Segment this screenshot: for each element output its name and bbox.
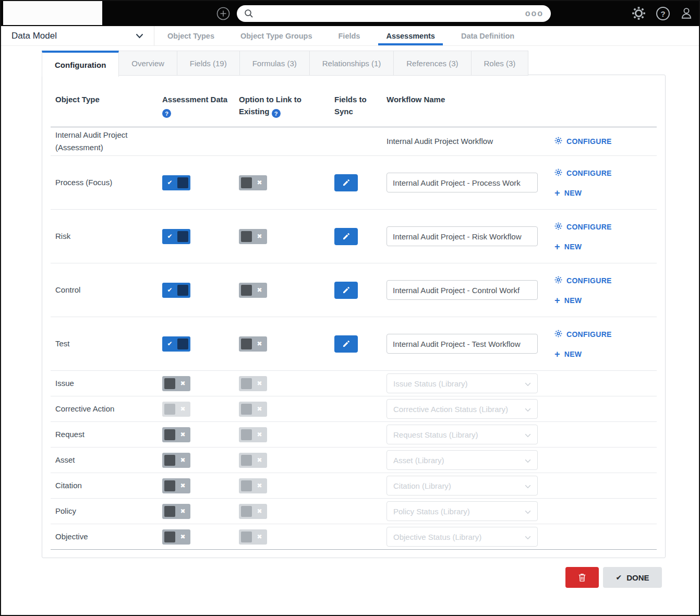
assessment-data-toggle[interactable]: ✖ — [162, 376, 190, 391]
configure-link[interactable]: CONFIGURE — [554, 276, 657, 285]
toggle-knob — [241, 231, 252, 242]
nav-tab-object-type-groups[interactable]: Object Type Groups — [227, 26, 325, 45]
data-model-dropdown[interactable]: Data Model — [1, 26, 154, 45]
link-label: CONFIGURE — [566, 276, 612, 285]
workflow-name-input[interactable] — [387, 280, 538, 300]
link-existing-toggle[interactable]: ✖ — [239, 283, 267, 298]
help-badge-icon[interactable]: ? — [162, 109, 171, 118]
object-type-label: Test — [55, 337, 162, 350]
table-row: Corrective Action✖✖Corrective Action Sta… — [51, 396, 657, 422]
workflow-name-input[interactable] — [387, 173, 538, 192]
assessment-data-toggle[interactable]: ✔ — [162, 175, 190, 190]
assessment-data-toggle[interactable]: ✔ — [162, 229, 190, 244]
help-badge-icon[interactable]: ? — [272, 109, 281, 118]
link-existing-toggle: ✖ — [239, 453, 267, 468]
nav-tab-fields[interactable]: Fields — [325, 26, 373, 45]
assessment-data-toggle: ✖ — [162, 402, 190, 417]
assessment-data-toggle[interactable]: ✖ — [162, 478, 190, 493]
chevron-down-icon — [525, 536, 531, 540]
object-type-label: Asset — [55, 454, 162, 466]
user-icon[interactable] — [679, 6, 694, 20]
link-existing-cell: ✖ — [239, 336, 334, 352]
workflow-name-cell: Citation (Library) — [387, 476, 548, 496]
help-icon[interactable]: ? — [656, 7, 670, 20]
new-link[interactable]: +NEW — [554, 350, 657, 358]
x-mark-icon: ✖ — [252, 534, 267, 540]
col-option-to-link: Option to Link to Existing ? — [239, 94, 334, 118]
nav-tab-object-types[interactable]: Object Types — [154, 26, 227, 45]
done-button[interactable]: ✔ DONE — [603, 567, 662, 588]
object-type-label: Request — [55, 428, 162, 441]
chevron-down-icon — [525, 507, 531, 516]
object-type-cell: Policy — [51, 505, 162, 517]
settings-icon[interactable] — [631, 6, 646, 20]
workflow-name-cell: Internal Audit Project Workflow — [387, 137, 548, 146]
table-body: Internal Audit Project(Assessment)Intern… — [51, 127, 657, 550]
workflow-name-cell: Policy Status (Library) — [387, 501, 548, 521]
configure-link[interactable]: CONFIGURE — [554, 222, 657, 232]
check-mark-icon: ✔ — [162, 179, 177, 186]
fields-to-sync-edit-button[interactable] — [334, 174, 358, 191]
object-type-label: Policy — [55, 505, 162, 517]
assessment-data-cell: ✔ — [162, 175, 239, 190]
toggle-knob — [164, 532, 175, 542]
link-existing-toggle: ✖ — [239, 376, 267, 391]
workflow-name-input[interactable] — [387, 226, 538, 246]
check-mark-icon: ✔ — [162, 233, 177, 239]
add-button[interactable] — [216, 6, 231, 21]
subtab-formulas[interactable]: Formulas (3) — [239, 51, 310, 76]
assessment-data-toggle[interactable]: ✖ — [162, 453, 190, 468]
link-existing-toggle: ✖ — [239, 427, 267, 442]
assessment-data-toggle[interactable]: ✖ — [162, 504, 190, 519]
subtab-roles[interactable]: Roles (3) — [471, 51, 529, 76]
workflow-select-value: Request Status (Library) — [393, 430, 478, 439]
new-link[interactable]: +NEW — [554, 189, 657, 197]
assessment-data-toggle[interactable]: ✖ — [162, 529, 190, 545]
toggle-knob — [177, 285, 188, 296]
toggle-knob — [241, 339, 252, 349]
toggle-knob — [241, 177, 252, 188]
nav-tab-assessments[interactable]: Assessments — [373, 26, 448, 45]
actions-stack: CONFIGURE+NEW — [554, 276, 657, 305]
x-mark-icon: ✖ — [252, 431, 267, 438]
x-mark-icon: ✖ — [175, 406, 190, 412]
subtab-relationships[interactable]: Relationships (1) — [309, 51, 394, 76]
link-existing-toggle[interactable]: ✖ — [239, 336, 267, 352]
subtab-overview[interactable]: Overview — [118, 51, 177, 76]
new-link[interactable]: +NEW — [554, 243, 657, 251]
subtab-configuration[interactable]: Configuration — [42, 51, 119, 77]
more-options-icon[interactable]: ooo — [525, 11, 544, 16]
object-type-cell: Request — [51, 428, 162, 441]
gear-icon — [554, 276, 562, 284]
workflow-name-input[interactable] — [387, 334, 538, 354]
workflow-name-cell — [387, 173, 548, 192]
x-mark-icon: ✖ — [252, 287, 267, 293]
fields-to-sync-edit-button[interactable] — [334, 335, 358, 353]
fields-to-sync-edit-button[interactable] — [334, 228, 358, 245]
assessment-data-toggle[interactable]: ✖ — [162, 427, 190, 442]
table-row: Test✔✖CONFIGURE+NEW — [51, 317, 657, 371]
subtab-references[interactable]: References (3) — [393, 51, 471, 76]
configure-link[interactable]: CONFIGURE — [554, 137, 612, 146]
table-row: Objective✖✖Objective Status (Library) — [51, 524, 657, 550]
delete-button[interactable] — [565, 567, 599, 588]
link-existing-toggle: ✖ — [239, 478, 267, 493]
link-existing-toggle[interactable]: ✖ — [239, 229, 267, 244]
assessment-data-toggle[interactable]: ✔ — [162, 283, 190, 298]
toggle-knob — [164, 455, 175, 466]
configure-link[interactable]: CONFIGURE — [554, 168, 657, 178]
assessment-data-cell: ✔ — [162, 336, 239, 352]
plus-circle-icon — [216, 6, 231, 21]
search-bar[interactable]: ooo — [237, 5, 551, 22]
table-row: Control✔✖CONFIGURE+NEW — [51, 263, 657, 317]
assessment-data-toggle[interactable]: ✔ — [162, 336, 190, 352]
nav-tab-data-definition[interactable]: Data Definition — [448, 26, 527, 45]
fields-to-sync-edit-button[interactable] — [334, 282, 358, 299]
link-existing-toggle[interactable]: ✖ — [239, 175, 267, 190]
search-input[interactable] — [258, 9, 525, 19]
object-type-label: Corrective Action — [55, 403, 162, 415]
pencil-icon — [342, 232, 351, 240]
new-link[interactable]: +NEW — [554, 296, 657, 305]
configure-link[interactable]: CONFIGURE — [554, 330, 657, 339]
subtab-fields[interactable]: Fields (19) — [177, 51, 240, 76]
